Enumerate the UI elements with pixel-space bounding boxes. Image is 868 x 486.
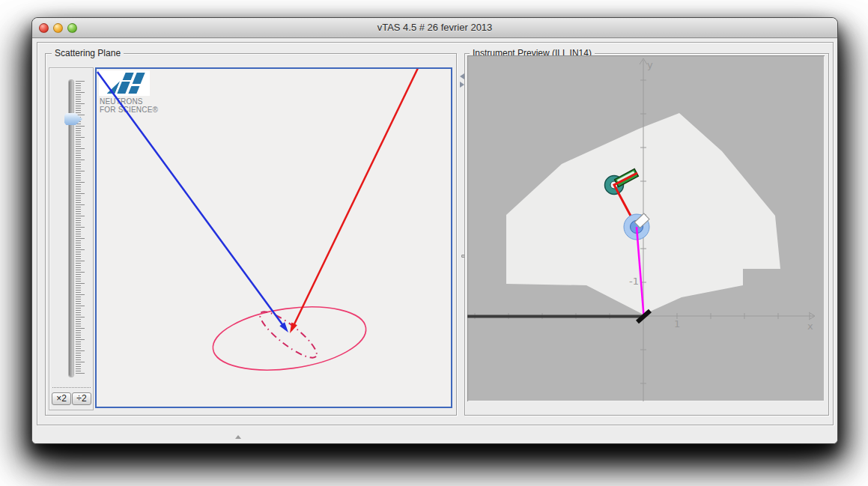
scattering-canvas[interactable]: NEUTRONS FOR SCIENCE® <box>95 67 452 408</box>
x-axis-label: x <box>807 321 813 332</box>
zoom-slider-ticks <box>76 81 85 375</box>
y-axis-label: y <box>647 59 653 70</box>
titlebar[interactable]: vTAS 4.5 # 26 fevrier 2013 <box>32 18 837 38</box>
y-tick-label: -1 <box>629 276 639 287</box>
slider-separator <box>52 387 91 388</box>
kf-vector[interactable] <box>291 69 418 330</box>
scattering-plane-group: Scattering Plane ×2 ÷2 <box>45 53 457 416</box>
zoom-button-row: ×2 ÷2 <box>52 392 91 405</box>
main-panel: Scattering Plane ×2 ÷2 <box>37 42 834 425</box>
ki-vector[interactable] <box>97 72 286 329</box>
multiply-2-button[interactable]: ×2 <box>52 392 71 405</box>
scattering-drawing <box>97 69 451 407</box>
app-window: vTAS 4.5 # 26 fevrier 2013 Scattering Pl… <box>31 17 838 444</box>
window-content: Scattering Plane ×2 ÷2 <box>32 39 837 443</box>
scattering-plane-title: Scattering Plane <box>52 48 124 59</box>
divide-2-button[interactable]: ÷2 <box>72 392 91 405</box>
x-tick-label: 1 <box>674 318 680 329</box>
window-title: vTAS 4.5 # 26 fevrier 2013 <box>32 22 837 33</box>
instrument-canvas[interactable]: 1 x -1 y <box>467 55 825 401</box>
zoom-slider-panel: ×2 ÷2 <box>49 67 94 410</box>
resolution-ellipse <box>255 306 322 364</box>
scattering-ellipse <box>209 298 370 379</box>
bottom-divider-handle-icon[interactable] <box>235 435 241 439</box>
instrument-drawing: 1 x -1 y <box>467 55 825 401</box>
